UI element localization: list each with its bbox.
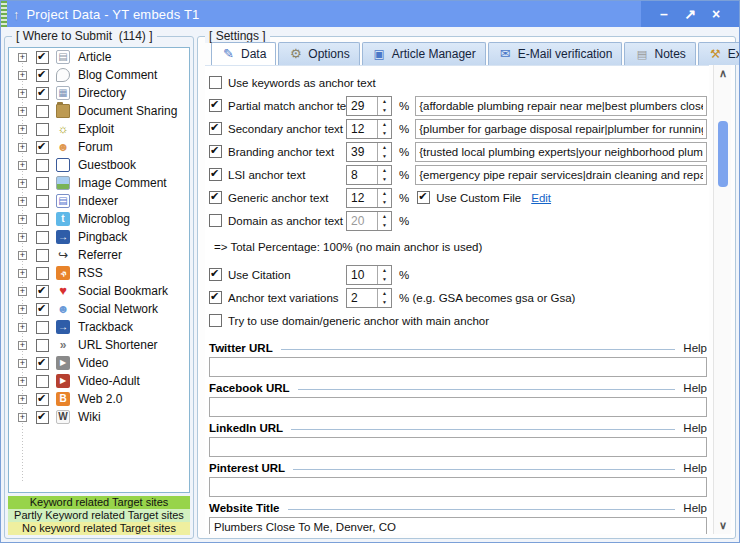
tree-item-forum[interactable]: +✔☻Forum [9,138,189,156]
tree-expander-icon[interactable]: + [18,89,27,98]
tree-item-web-2-0[interactable]: +✔BWeb 2.0 [9,390,189,408]
maximize-icon[interactable]: ↗ [677,6,703,22]
tree-expander-icon[interactable]: + [18,305,27,314]
spin-up-icon[interactable]: ▲ [378,212,391,221]
lsi-anchor-text-input[interactable] [415,165,707,185]
partial-match-anchor-text-spinner[interactable]: 29▲▼ [346,96,392,116]
secondary-anchor-text-spinner[interactable]: 12▲▼ [346,119,392,139]
tree-expander-icon[interactable]: + [18,197,27,206]
linkedin-url-input[interactable] [209,437,707,457]
minimize-icon[interactable]: – [651,6,677,22]
tree-item-url-shortener[interactable]: +»URL Shortener [9,336,189,354]
tab-external-apis[interactable]: ⚒External APIs [698,42,740,65]
tree-expander-icon[interactable]: + [18,125,27,134]
generic-anchor-text-checkbox[interactable]: ✔ [209,191,222,204]
forum-checkbox[interactable]: ✔ [36,141,49,154]
help-link[interactable]: Help [683,342,707,354]
document-sharing-checkbox[interactable] [36,105,49,118]
generic-anchor-text-spinner[interactable]: 12▲▼ [346,188,392,208]
tree-item-pingback[interactable]: +→Pingback [9,228,189,246]
tree-item-social-network[interactable]: +✔☻Social Network [9,300,189,318]
tree-item-trackback[interactable]: +→Trackback [9,318,189,336]
tab-data[interactable]: ✎Data [211,42,276,65]
spin-up-icon[interactable]: ▲ [378,120,391,129]
tree-item-exploit[interactable]: +☼Exploit [9,120,189,138]
partial-match-anchor-text-input[interactable] [415,96,707,116]
tree-expander-icon[interactable]: + [18,377,27,386]
website-title-input[interactable] [209,517,707,534]
use-citation-checkbox[interactable]: ✔ [209,268,222,281]
image-comment-checkbox[interactable] [36,177,49,190]
spin-up-icon[interactable]: ▲ [378,166,391,175]
facebook-url-input[interactable] [209,397,707,417]
tree-expander-icon[interactable]: + [18,71,27,80]
guestbook-checkbox[interactable] [36,159,49,172]
trackback-checkbox[interactable] [36,321,49,334]
tree-expander-icon[interactable]: + [18,251,27,260]
spin-up-icon[interactable]: ▲ [378,266,391,275]
tab-article-manager[interactable]: ▣Article Manager [362,42,486,65]
tree-item-document-sharing[interactable]: +Document Sharing [9,102,189,120]
spin-up-icon[interactable]: ▲ [378,189,391,198]
tree-item-microblog[interactable]: +tMicroblog [9,210,189,228]
tree-expander-icon[interactable]: + [18,269,27,278]
help-link[interactable]: Help [683,422,707,434]
wiki-checkbox[interactable]: ✔ [36,411,49,424]
spin-up-icon[interactable]: ▲ [378,97,391,106]
tree-item-article[interactable]: +✔▤Article [9,48,189,66]
site-type-tree[interactable]: +✔▤Article+✔Blog Comment+✔▦Directory+Doc… [8,47,190,493]
anchor-text-variations-spinner[interactable]: 2▲▼ [346,288,392,308]
tree-item-rss[interactable]: +»RSS [9,264,189,282]
close-icon[interactable]: × [703,6,729,22]
tree-expander-icon[interactable]: + [18,161,27,170]
web-2-0-checkbox[interactable]: ✔ [36,393,49,406]
twitter-url-input[interactable] [209,357,707,377]
partial-match-anchor-text-checkbox[interactable]: ✔ [209,99,222,112]
tree-item-video[interactable]: +✔▶Video [9,354,189,372]
pingback-checkbox[interactable] [36,231,49,244]
tree-expander-icon[interactable]: + [18,107,27,116]
domain-as-anchor-text-checkbox[interactable] [209,214,222,227]
tree-item-social-bookmark[interactable]: +✔♥Social Bookmark [9,282,189,300]
tab-options[interactable]: ⚙Options [278,42,359,65]
spin-up-icon[interactable]: ▲ [378,143,391,152]
scrollbar-thumb[interactable] [718,121,728,187]
video-adult-checkbox[interactable] [36,375,49,388]
video-checkbox[interactable]: ✔ [36,357,49,370]
scroll-down-icon[interactable]: ∨ [714,519,732,532]
tree-expander-icon[interactable]: + [18,215,27,224]
rss-checkbox[interactable] [36,267,49,280]
spin-down-icon[interactable]: ▼ [378,106,391,115]
use-custom-file-checkbox[interactable]: ✔ [417,191,430,204]
tree-item-blog-comment[interactable]: +✔Blog Comment [9,66,189,84]
anchor-text-variations-checkbox[interactable]: ✔ [209,291,222,304]
settings-scrollbar[interactable]: ∧ ∨ [713,65,731,534]
tree-expander-icon[interactable]: + [18,287,27,296]
article-checkbox[interactable]: ✔ [36,51,49,64]
referrer-checkbox[interactable] [36,249,49,262]
spin-down-icon[interactable]: ▼ [378,298,391,307]
tree-item-referrer[interactable]: +↪Referrer [9,246,189,264]
tree-item-directory[interactable]: +✔▦Directory [9,84,189,102]
url-shortener-checkbox[interactable] [36,339,49,352]
branding-anchor-text-input[interactable] [415,142,707,162]
tree-expander-icon[interactable]: + [18,341,27,350]
spin-down-icon[interactable]: ▼ [378,221,391,230]
tree-expander-icon[interactable]: + [18,395,27,404]
directory-checkbox[interactable]: ✔ [36,87,49,100]
tree-item-wiki[interactable]: +✔WWiki [9,408,189,426]
spin-down-icon[interactable]: ▼ [378,129,391,138]
spin-down-icon[interactable]: ▼ [378,175,391,184]
tree-expander-icon[interactable]: + [18,359,27,368]
branding-anchor-text-checkbox[interactable]: ✔ [209,145,222,158]
use-citation-spinner[interactable]: 10▲▼ [346,265,392,285]
spin-down-icon[interactable]: ▼ [378,152,391,161]
lsi-anchor-text-checkbox[interactable]: ✔ [209,168,222,181]
microblog-checkbox[interactable] [36,213,49,226]
help-link[interactable]: Help [683,382,707,394]
secondary-anchor-text-checkbox[interactable]: ✔ [209,122,222,135]
domain-as-anchor-text-spinner[interactable]: 20▲▼ [346,211,392,231]
pinterest-url-input[interactable] [209,477,707,497]
exploit-checkbox[interactable] [36,123,49,136]
spin-up-icon[interactable]: ▲ [378,289,391,298]
